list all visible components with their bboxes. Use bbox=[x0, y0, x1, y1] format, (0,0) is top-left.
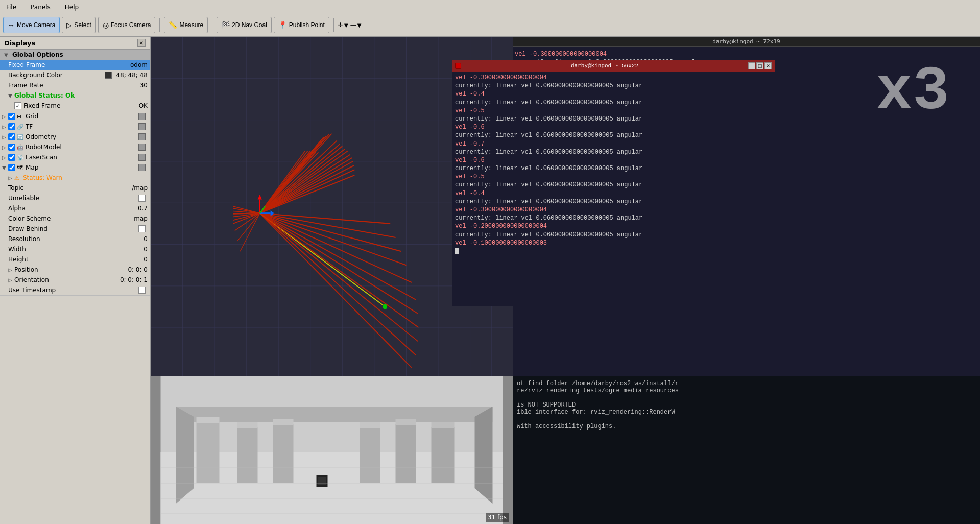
odometry-label: Odometry bbox=[26, 133, 138, 140]
map-unreliable-label: Unreliable bbox=[8, 195, 138, 202]
map-checkbox[interactable] bbox=[8, 164, 15, 171]
publish-point-button[interactable]: 📍 Publish Point bbox=[274, 17, 329, 33]
axes-dropdown-arrow: ▼ bbox=[344, 22, 348, 28]
axes-dropdown[interactable]: ✛ ▼ bbox=[338, 21, 348, 29]
floating-terminal[interactable]: darby@kingod ~ 56x22 − □ ✕ vel -0.300000… bbox=[452, 60, 775, 306]
global-status-row[interactable]: ▼ Global Status: Ok bbox=[0, 90, 150, 101]
grid-row[interactable]: ▷ ⊞ Grid bbox=[0, 111, 150, 122]
float-line-7: currently: linear vel 0.0600000000000000… bbox=[455, 131, 772, 139]
map-alpha-row[interactable]: Alpha 0.7 bbox=[0, 203, 150, 213]
laser-scan-row[interactable]: ▷ 📡 LaserScan bbox=[0, 152, 150, 162]
tf-expand[interactable]: ▷ bbox=[2, 124, 8, 130]
map-width-row[interactable]: Width 0 bbox=[0, 244, 150, 254]
simulation-svg bbox=[151, 376, 513, 524]
map-unreliable-checkbox[interactable] bbox=[138, 195, 146, 202]
laser-scan-expand[interactable]: ▷ bbox=[2, 155, 8, 160]
svg-point-68 bbox=[383, 304, 387, 309]
map-orientation-row[interactable]: ▷ Orientation 0; 0; 0; 1 bbox=[0, 275, 150, 285]
grid-expand[interactable]: ▷ bbox=[2, 114, 8, 120]
bottom-line-5 bbox=[517, 416, 976, 423]
robot-model-checkbox[interactable] bbox=[8, 144, 15, 151]
svg-rect-86 bbox=[432, 427, 455, 483]
move-camera-icon bbox=[8, 21, 15, 29]
map-draw-behind-row[interactable]: Draw Behind bbox=[0, 224, 150, 234]
bottom-line-2 bbox=[517, 394, 976, 401]
map-status-row[interactable]: ▷ ⚠ Status: Warn bbox=[0, 173, 150, 183]
float-line-0: vel -0.300000000000000004 bbox=[455, 74, 772, 82]
terminal-bottom-panel[interactable]: ot find folder /home/darby/ros2_ws/insta… bbox=[513, 376, 980, 524]
float-line-12: vel -0.5 bbox=[455, 173, 772, 181]
map-draw-behind-checkbox[interactable] bbox=[138, 225, 146, 232]
main-terminal-title: darby@kingod ~ 72x19 bbox=[513, 37, 980, 47]
map-use-timestamp-row[interactable]: Use Timestamp bbox=[0, 285, 150, 295]
odometry-expand[interactable]: ▷ bbox=[2, 134, 8, 140]
toolbar: Move Camera ▷ Select Focus Camera 📏 Meas… bbox=[0, 14, 980, 37]
map-use-timestamp-checkbox[interactable] bbox=[138, 287, 146, 294]
svg-rect-77 bbox=[237, 422, 258, 428]
menu-panels[interactable]: Panels bbox=[27, 3, 55, 12]
bottom-line-1: re/rviz_rendering_tests/ogre_media_resou… bbox=[517, 387, 976, 394]
robot-model-row[interactable]: ▷ 🤖 RobotModel bbox=[0, 142, 150, 152]
map-row[interactable]: ▼ 🗺 Map bbox=[0, 162, 150, 173]
term-maximize-btn[interactable]: □ bbox=[756, 62, 763, 69]
laser-scan-checkbox[interactable] bbox=[8, 154, 15, 161]
fixed-frame-row[interactable]: Fixed Frame odom bbox=[0, 60, 150, 70]
robot-model-expand[interactable]: ▷ bbox=[2, 145, 8, 150]
map-topic-row[interactable]: Topic /map bbox=[0, 183, 150, 193]
menu-file[interactable]: File bbox=[2, 3, 20, 12]
odometry-row[interactable]: ▷ 🔄 Odometry bbox=[0, 132, 150, 142]
map-label: Map bbox=[26, 164, 138, 171]
map-resolution-row[interactable]: Resolution 0 bbox=[0, 234, 150, 244]
map-expand[interactable]: ▼ bbox=[2, 165, 8, 171]
map-draw-behind-label: Draw Behind bbox=[8, 225, 138, 232]
tf-checkbox[interactable] bbox=[8, 123, 15, 130]
focus-camera-icon bbox=[103, 21, 109, 29]
global-status-expand[interactable]: ▼ bbox=[8, 93, 14, 99]
svg-rect-87 bbox=[432, 422, 455, 428]
global-options-expand[interactable]: ▼ bbox=[4, 52, 10, 58]
odometry-checkbox[interactable] bbox=[8, 133, 15, 140]
term-minimize-btn[interactable]: − bbox=[748, 62, 755, 69]
map-position-expand[interactable]: ▷ bbox=[8, 267, 14, 273]
svg-rect-83 bbox=[360, 422, 380, 428]
tf-row[interactable]: ▷ 🔗 TF bbox=[0, 122, 150, 132]
svg-rect-76 bbox=[237, 427, 258, 483]
measure-button[interactable]: 📏 Measure bbox=[164, 17, 208, 33]
line-dropdown[interactable]: — ▼ bbox=[350, 21, 362, 29]
menu-help[interactable]: Help bbox=[61, 3, 83, 12]
svg-rect-81 bbox=[318, 477, 326, 485]
float-line-9: currently: linear vel 0.0600000000000000… bbox=[455, 148, 772, 156]
map-position-label: Position bbox=[14, 266, 126, 273]
background-color-row[interactable]: Background Color 48; 48; 48 bbox=[0, 70, 150, 80]
toolbar-separator-2 bbox=[212, 18, 212, 32]
nav-goal-button[interactable]: 🏁 2D Nav Goal bbox=[217, 17, 272, 33]
view-3d-bottom[interactable]: 31 fps bbox=[151, 376, 513, 524]
focus-camera-button[interactable]: Focus Camera bbox=[98, 17, 156, 33]
term-close-x-btn[interactable]: ✕ bbox=[764, 62, 772, 69]
axes-icon: ✛ bbox=[338, 21, 343, 29]
map-orientation-expand[interactable]: ▷ bbox=[8, 277, 14, 283]
tf-status-icon bbox=[138, 123, 146, 130]
map-height-row[interactable]: Height 0 bbox=[0, 254, 150, 265]
map-status-expand[interactable]: ▷ bbox=[8, 175, 14, 181]
sidebar-close-button[interactable]: ✕ bbox=[137, 39, 146, 47]
map-color-scheme-row[interactable]: Color Scheme map bbox=[0, 213, 150, 224]
frame-rate-value: 30 bbox=[140, 82, 148, 89]
background-color-swatch[interactable] bbox=[105, 72, 112, 79]
grid-checkbox[interactable] bbox=[8, 113, 15, 120]
map-topic-value: /map bbox=[132, 184, 148, 192]
global-status-ok-value: OK bbox=[139, 102, 148, 109]
map-position-row[interactable]: ▷ Position 0; 0; 0 bbox=[0, 265, 150, 275]
map-width-value: 0 bbox=[144, 246, 148, 253]
frame-rate-row[interactable]: Frame Rate 30 bbox=[0, 80, 150, 90]
bottom-line-6: with accessibility plugins. bbox=[517, 423, 976, 430]
map-unreliable-row[interactable]: Unreliable bbox=[0, 193, 150, 203]
select-button[interactable]: ▷ Select bbox=[62, 17, 95, 33]
menu-bar: File Panels Help bbox=[0, 0, 980, 14]
fps-display: 31 fps bbox=[486, 513, 509, 522]
move-camera-button[interactable]: Move Camera bbox=[3, 17, 60, 33]
odometry-icon: 🔄 bbox=[17, 134, 24, 140]
float-line-17: currently: linear vel 0.0600000000000000… bbox=[455, 214, 772, 222]
sidebar-title: Displays bbox=[4, 39, 35, 47]
term-close-btn[interactable] bbox=[455, 63, 461, 69]
